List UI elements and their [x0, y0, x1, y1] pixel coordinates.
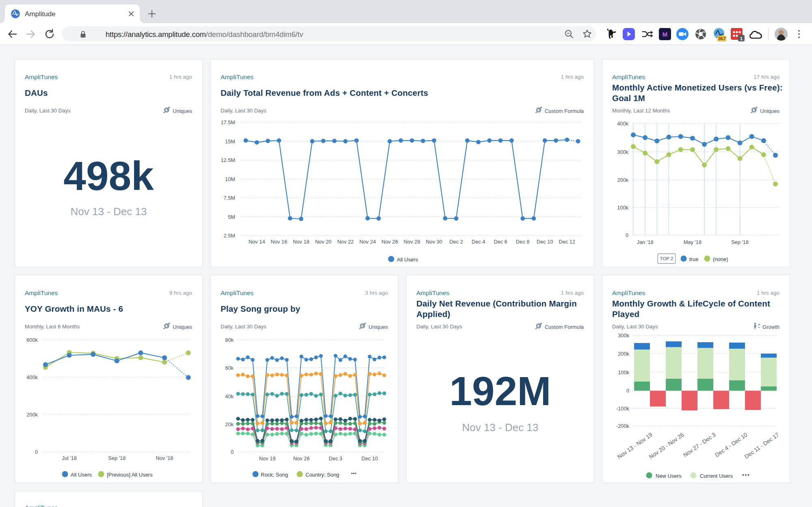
svg-text:AmpliTunes: AmpliTunes [25, 73, 58, 80]
svg-text:400k: 400k [617, 121, 628, 127]
svg-text:1 hrs ago: 1 hrs ago [169, 74, 192, 80]
svg-text:AmpliTunes: AmpliTunes [221, 289, 254, 296]
svg-text:Jan '18: Jan '18 [637, 239, 654, 245]
svg-text:200k: 200k [617, 177, 628, 183]
svg-text:[Previous] All Users: [Previous] All Users [107, 472, 153, 478]
svg-text:AmpliTunes: AmpliTunes [612, 73, 645, 80]
svg-text:Sep '18: Sep '18 [731, 239, 749, 245]
svg-text:Custom Formula: Custom Formula [545, 108, 584, 114]
svg-text:Uniques: Uniques [760, 108, 780, 114]
svg-text:100k: 100k [617, 205, 628, 211]
svg-text:Jul '18: Jul '18 [62, 455, 77, 461]
svg-text:Dec 8: Dec 8 [516, 239, 529, 245]
svg-text:Dec 10: Dec 10 [537, 239, 553, 245]
svg-text:•••: ••• [351, 470, 357, 477]
svg-text:Daily Net Revenue (Contributio: Daily Net Revenue (Contribution Margin [416, 299, 577, 308]
svg-text:Dec 6: Dec 6 [494, 239, 507, 245]
svg-text:AmpliTunes: AmpliTunes [25, 289, 58, 296]
svg-text:300k: 300k [618, 332, 629, 339]
svg-text:1 hrs ago: 1 hrs ago [561, 74, 584, 80]
svg-text:May '18: May '18 [684, 239, 702, 245]
svg-text:20k: 20k [225, 421, 234, 427]
svg-text:Nov 22: Nov 22 [337, 239, 354, 245]
svg-text:Daily, Last 30 Days: Daily, Last 30 Days [221, 324, 266, 330]
svg-text:Nov 20 - Nov 26: Nov 20 - Nov 26 [648, 431, 685, 460]
svg-text:0: 0 [626, 388, 629, 394]
svg-text:-200k: -200k [616, 423, 630, 429]
svg-text:M: M [663, 31, 668, 38]
svg-text:1: 1 [740, 36, 743, 41]
svg-text:498k: 498k [63, 153, 154, 198]
svg-text:Dec 11 - Dec 17: Dec 11 - Dec 17 [743, 431, 780, 460]
svg-text:Nov 14: Nov 14 [249, 239, 265, 245]
svg-text:7.5M: 7.5M [224, 195, 235, 201]
svg-text:Nov 20: Nov 20 [315, 239, 332, 245]
svg-text:Daily, Last 30 Days: Daily, Last 30 Days [416, 324, 462, 330]
svg-text:Dec 3: Dec 3 [329, 455, 342, 462]
svg-text:Play Song group by: Play Song group by [221, 304, 300, 313]
svg-text:DAUs: DAUs [25, 88, 48, 97]
svg-text:TOP 2: TOP 2 [660, 256, 673, 261]
svg-text:Monthly Active Monetized Users: Monthly Active Monetized Users (vs Free)… [612, 83, 783, 92]
svg-text:9 hrs ago: 9 hrs ago [169, 290, 192, 296]
svg-text:200k: 200k [26, 412, 38, 418]
svg-text:true: true [689, 256, 698, 262]
svg-text:Dec 2: Dec 2 [449, 239, 463, 245]
svg-text:40k: 40k [225, 393, 234, 399]
svg-text:192M: 192M [449, 368, 551, 414]
svg-text:400k: 400k [26, 374, 38, 380]
svg-text:Sep '18: Sep '18 [108, 455, 126, 461]
svg-text:Nov 26: Nov 26 [381, 239, 398, 245]
svg-text:All Users: All Users [71, 472, 92, 478]
svg-text:Applied): Applied) [416, 309, 450, 319]
svg-text:5M: 5M [228, 214, 235, 220]
svg-text:Monthly, Last 6 Months: Monthly, Last 6 Months [25, 324, 80, 330]
svg-text:Dec 4: Dec 4 [472, 239, 485, 245]
svg-text:Daily Total Revenue from Ads +: Daily Total Revenue from Ads + Content +… [221, 88, 428, 97]
svg-text:60k: 60k [225, 365, 234, 371]
svg-text:300k: 300k [617, 149, 628, 155]
svg-text:Current Users: Current Users [700, 473, 733, 479]
svg-text:80k: 80k [225, 337, 234, 343]
svg-text:Dec 12: Dec 12 [559, 239, 576, 245]
svg-text:•••: ••• [742, 472, 750, 478]
svg-text:(none): (none) [713, 256, 728, 262]
svg-text:Daily, Last 30 Days: Daily, Last 30 Days [612, 324, 658, 330]
svg-text:All Users: All Users [397, 257, 418, 263]
svg-text:Nov '18: Nov '18 [156, 455, 173, 461]
svg-text:New Users: New Users [656, 473, 682, 479]
svg-text:Uniques: Uniques [368, 324, 388, 330]
svg-text:Custom Formula: Custom Formula [545, 324, 584, 330]
svg-text:Nov 24: Nov 24 [359, 239, 376, 245]
svg-text:Nov 19: Nov 19 [259, 455, 276, 462]
svg-text:-100k: -100k [616, 406, 630, 412]
svg-text:3 hrs ago: 3 hrs ago [365, 290, 388, 296]
svg-text:Nov 13 - Dec 13: Nov 13 - Dec 13 [71, 205, 147, 218]
svg-text:Dec 10: Dec 10 [362, 455, 378, 462]
svg-text:Nov 26: Nov 26 [293, 455, 310, 462]
svg-text:Monthly, Last 12 Months: Monthly, Last 12 Months [612, 108, 670, 114]
svg-text:0: 0 [626, 232, 628, 238]
svg-text:17 hrs ago: 17 hrs ago [754, 74, 780, 80]
svg-text:600k: 600k [26, 337, 38, 343]
svg-text:Nov 30: Nov 30 [426, 239, 442, 245]
svg-text:1 hrs ago: 1 hrs ago [561, 290, 584, 296]
svg-text:Nov 18: Nov 18 [293, 239, 310, 245]
svg-text:15M: 15M [225, 138, 235, 145]
svg-text:Nov 16: Nov 16 [271, 239, 288, 245]
svg-text:YOY Growth in MAUs - 6: YOY Growth in MAUs - 6 [25, 304, 123, 313]
svg-text:17.5M: 17.5M [221, 119, 235, 125]
svg-text:200k: 200k [618, 351, 629, 357]
svg-text:Country; Song: Country; Song [305, 472, 339, 478]
svg-text:2.5M: 2.5M [224, 233, 235, 239]
svg-text:Nov 28: Nov 28 [404, 239, 420, 245]
svg-text:Nov 13 - Nov 19: Nov 13 - Nov 19 [616, 431, 654, 460]
svg-text:10M: 10M [225, 176, 235, 182]
svg-text:Daily, Last 30 Days: Daily, Last 30 Days [25, 108, 71, 114]
svg-text:Nov 13 - Dec 13: Nov 13 - Dec 13 [462, 421, 539, 434]
svg-text:AmpliTunes: AmpliTunes [221, 73, 254, 80]
svg-text:0: 0 [231, 449, 234, 455]
svg-text:Uniques: Uniques [173, 108, 192, 114]
svg-text:100k: 100k [618, 369, 629, 375]
svg-text:AmpliTunes: AmpliTunes [25, 504, 58, 507]
